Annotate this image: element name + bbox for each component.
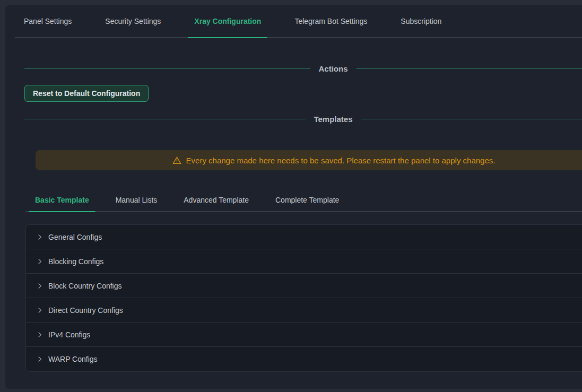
collapse-header-general-configs[interactable]: General Configs bbox=[26, 225, 582, 249]
chevron-right-icon bbox=[37, 307, 43, 313]
divider-line bbox=[357, 68, 582, 69]
tab-subscription[interactable]: Subscription bbox=[394, 5, 448, 37]
warning-triangle-icon bbox=[172, 156, 181, 165]
template-collapse-list: General Configs Blocking Configs Block C… bbox=[25, 224, 582, 372]
templates-section-title: Templates bbox=[314, 115, 352, 124]
collapse-header-ipv4-configs[interactable]: IPv4 Configs bbox=[26, 323, 582, 347]
chevron-right-icon bbox=[37, 283, 43, 289]
collapse-header-warp-configs[interactable]: WARP Configs bbox=[26, 347, 582, 371]
actions-divider: Actions bbox=[24, 56, 582, 81]
collapse-header-label: WARP Configs bbox=[48, 355, 98, 363]
tab-xray-configuration[interactable]: Xray Configuration bbox=[188, 5, 267, 37]
tab-security-settings[interactable]: Security Settings bbox=[99, 5, 167, 37]
collapse-header-label: Blocking Configs bbox=[48, 257, 103, 266]
chevron-right-icon bbox=[37, 258, 43, 265]
collapse-header-label: Direct Country Configs bbox=[48, 306, 123, 315]
chevron-right-icon bbox=[37, 332, 43, 338]
actions-section-title: Actions bbox=[319, 64, 348, 73]
tab-manual-lists[interactable]: Manual Lists bbox=[109, 189, 164, 211]
reset-to-default-button[interactable]: Reset to Default Configuration bbox=[24, 85, 149, 102]
main-tab-bar: Panel Settings Security Settings Xray Co… bbox=[15, 5, 582, 38]
warning-text: Every change made here needs to be saved… bbox=[186, 156, 496, 165]
tab-panel-settings[interactable]: Panel Settings bbox=[18, 5, 78, 37]
tab-telegram-bot-settings[interactable]: Telegram Bot Settings bbox=[288, 5, 373, 37]
template-tab-bar: Basic Template Manual Lists Advanced Tem… bbox=[25, 189, 582, 212]
page-background: Panel Settings Security Settings Xray Co… bbox=[0, 0, 582, 392]
tab-advanced-template[interactable]: Advanced Template bbox=[177, 189, 255, 211]
divider-line bbox=[24, 119, 305, 119]
collapse-header-block-country-configs[interactable]: Block Country Configs bbox=[26, 274, 582, 298]
divider-line bbox=[24, 68, 310, 69]
collapse-header-direct-country-configs[interactable]: Direct Country Configs bbox=[26, 298, 582, 323]
collapse-header-label: General Configs bbox=[48, 233, 102, 241]
warning-alert: Every change made here needs to be saved… bbox=[36, 150, 582, 170]
chevron-right-icon bbox=[37, 234, 43, 240]
tab-basic-template[interactable]: Basic Template bbox=[29, 189, 95, 211]
collapse-header-label: Block Country Configs bbox=[48, 282, 122, 290]
collapse-header-blocking-configs[interactable]: Blocking Configs bbox=[26, 249, 582, 274]
settings-card: Panel Settings Security Settings Xray Co… bbox=[5, 5, 582, 389]
divider-line bbox=[361, 119, 582, 119]
tab-complete-template[interactable]: Complete Template bbox=[269, 189, 345, 211]
collapse-header-label: IPv4 Configs bbox=[48, 330, 90, 339]
templates-divider: Templates bbox=[24, 106, 582, 132]
chevron-right-icon bbox=[37, 356, 43, 362]
